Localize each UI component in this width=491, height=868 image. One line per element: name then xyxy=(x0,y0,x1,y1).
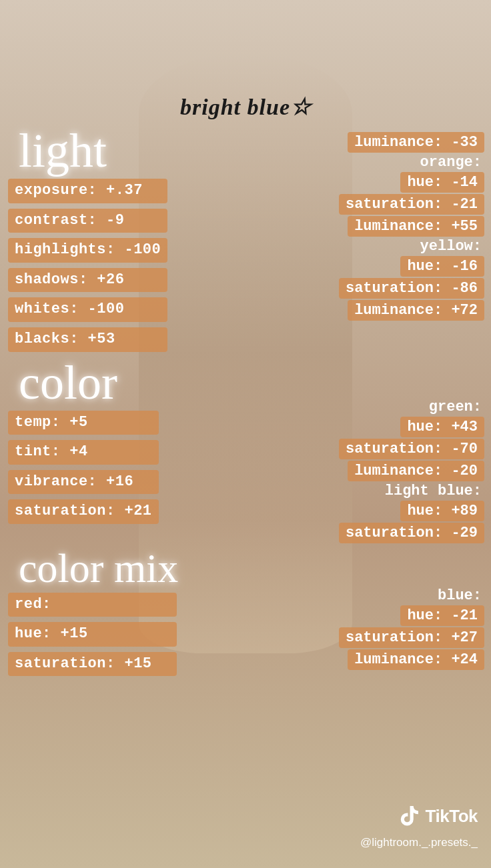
hue-orange-tag: hue: -14 xyxy=(400,172,484,193)
luminance-blue-tag: luminance: +24 xyxy=(348,649,484,670)
contrast-tag: contrast: -9 xyxy=(8,209,167,233)
vibrance-tag: vibrance: +16 xyxy=(8,470,159,495)
saturation-orange-tag: saturation: -21 xyxy=(339,194,484,215)
highlights-tag: highlights: -100 xyxy=(8,238,167,263)
luminance-orange-tag: luminance: -33 xyxy=(348,132,484,153)
color-heading: color xyxy=(7,359,160,407)
luminance-orange2-tag: luminance: +55 xyxy=(348,216,484,237)
red-label-tag: red: xyxy=(8,593,177,617)
hue-blue-tag: hue: -21 xyxy=(400,605,484,626)
handle-watermark: @lightroom._.presets._ xyxy=(360,836,478,849)
yellow-label: yellow: xyxy=(420,238,484,255)
saturation-lightblue-tag: saturation: -29 xyxy=(339,523,484,543)
saturation-green-tag: saturation: -70 xyxy=(339,439,484,459)
preset-title: bright blue☆ xyxy=(180,95,311,119)
tint-tag: tint: +4 xyxy=(8,440,159,465)
green-label: green: xyxy=(429,399,484,415)
saturation-red-tag: saturation: +15 xyxy=(8,652,177,677)
exposure-tag: exposure: +.37 xyxy=(8,179,167,203)
hue-green-tag: hue: +43 xyxy=(400,417,484,437)
luminance-yellow-tag: luminance: +72 xyxy=(348,300,484,321)
saturation-tag: saturation: +21 xyxy=(8,499,159,524)
hue-red-tag: hue: +15 xyxy=(8,622,177,647)
blue-label: blue: xyxy=(438,587,484,604)
shadows-tag: shadows: +26 xyxy=(8,268,167,293)
lightblue-label: light blue: xyxy=(385,483,484,499)
orange-label: orange: xyxy=(420,154,484,171)
hue-lightblue-tag: hue: +89 xyxy=(400,501,484,521)
saturation-yellow-tag: saturation: -86 xyxy=(339,278,484,299)
main-content: bright blue☆ light exposure: +.37 contra… xyxy=(0,0,491,868)
whites-tag: whites: -100 xyxy=(8,297,167,322)
tiktok-watermark: TikTok xyxy=(398,804,478,828)
hue-yellow-tag: hue: -16 xyxy=(400,256,484,277)
saturation-blue-tag: saturation: +27 xyxy=(339,627,484,648)
colormix-heading: color mix xyxy=(7,547,178,589)
blacks-tag: blacks: +53 xyxy=(8,327,167,352)
tiktok-text: TikTok xyxy=(426,806,478,827)
tiktok-logo-icon xyxy=(398,804,422,828)
title-area: bright blue☆ xyxy=(0,0,491,120)
luminance-green-tag: luminance: -20 xyxy=(348,461,484,481)
light-heading: light xyxy=(7,127,169,175)
temp-tag: temp: +5 xyxy=(8,411,159,435)
